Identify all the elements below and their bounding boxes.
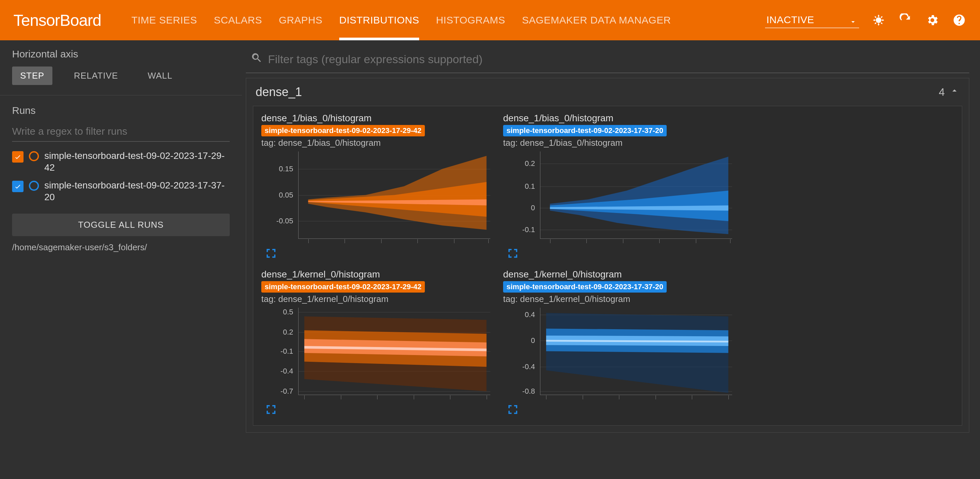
section-header[interactable]: dense_1 4 bbox=[246, 78, 969, 106]
chart-shape bbox=[540, 151, 732, 239]
run-badge: simple-tensorboard-test-09-02-2023-17-29… bbox=[261, 281, 425, 293]
distribution-chart[interactable]: 0.5 0.2 -0.1 -0.4 -0.7 bbox=[298, 308, 490, 395]
tab-scalars[interactable]: SCALARS bbox=[214, 0, 262, 40]
fullscreen-icon[interactable] bbox=[508, 404, 518, 414]
fullscreen-icon[interactable] bbox=[266, 248, 276, 258]
cards-wrap: dense_1/bias_0/histogram simple-tensorbo… bbox=[253, 106, 962, 426]
distribution-chart[interactable]: 0.2 0.1 0 -0.1 bbox=[540, 151, 732, 239]
app-body: Horizontal axis STEP RELATIVE WALL Runs … bbox=[0, 40, 980, 479]
tab-distributions[interactable]: DISTRIBUTIONS bbox=[339, 0, 419, 40]
run-badge: simple-tensorboard-test-09-02-2023-17-37… bbox=[503, 125, 667, 136]
run-badge: simple-tensorboard-test-09-02-2023-17-29… bbox=[261, 125, 425, 136]
runs-title: Runs bbox=[12, 105, 230, 116]
chevron-up-icon[interactable] bbox=[950, 86, 959, 99]
run-checkbox[interactable] bbox=[12, 181, 24, 192]
card-tag: tag: dense_1/bias_0/histogram bbox=[261, 138, 490, 148]
axis-relative[interactable]: RELATIVE bbox=[66, 67, 126, 85]
distribution-card: dense_1/bias_0/histogram simple-tensorbo… bbox=[256, 110, 495, 263]
run-badge: simple-tensorboard-test-09-02-2023-17-37… bbox=[503, 281, 667, 293]
x-axis-ticks bbox=[540, 395, 732, 399]
fullscreen-icon[interactable] bbox=[266, 404, 276, 414]
distribution-card: dense_1/kernel_0/histogram simple-tensor… bbox=[498, 266, 737, 419]
divider bbox=[0, 95, 242, 95]
toggle-all-runs-button[interactable]: TOGGLE ALL RUNS bbox=[12, 214, 230, 236]
chart-shape bbox=[299, 308, 490, 395]
card-tag: tag: dense_1/kernel_0/histogram bbox=[503, 294, 732, 304]
y-axis-labels: 0.2 0.1 0 -0.1 bbox=[503, 151, 537, 239]
search-icon bbox=[251, 52, 262, 67]
card-tag: tag: dense_1/bias_0/histogram bbox=[503, 138, 732, 148]
header-right: INACTIVE bbox=[765, 12, 967, 28]
horizontal-axis-title: Horizontal axis bbox=[12, 48, 230, 60]
main: dense_1 4 dense_1/bias_0/histogram simpl… bbox=[242, 40, 980, 479]
section-count: 4 bbox=[939, 86, 945, 99]
card-title: dense_1/bias_0/histogram bbox=[503, 113, 732, 124]
distribution-card: dense_1/kernel_0/histogram simple-tensor… bbox=[256, 266, 495, 419]
run-row: simple-tensorboard-test-09-02-2023-17-29… bbox=[12, 150, 230, 173]
card-title: dense_1/kernel_0/histogram bbox=[503, 269, 732, 280]
fullscreen-icon[interactable] bbox=[508, 248, 518, 258]
card-title: dense_1/bias_0/histogram bbox=[261, 113, 490, 124]
distribution-chart[interactable]: 0.15 0.05 -0.05 bbox=[298, 151, 490, 239]
run-label[interactable]: simple-tensorboard-test-09-02-2023-17-37… bbox=[45, 179, 230, 203]
sidebar: Horizontal axis STEP RELATIVE WALL Runs … bbox=[0, 40, 242, 479]
x-axis-ticks bbox=[299, 395, 490, 399]
tab-time-series[interactable]: TIME SERIES bbox=[131, 0, 197, 40]
y-axis-labels: 0.15 0.05 -0.05 bbox=[262, 151, 295, 239]
caret-down-icon bbox=[849, 16, 857, 29]
x-axis-ticks bbox=[540, 239, 732, 243]
run-label[interactable]: simple-tensorboard-test-09-02-2023-17-29… bbox=[45, 150, 230, 173]
brightness-icon[interactable] bbox=[871, 13, 886, 27]
axis-wall[interactable]: WALL bbox=[140, 67, 181, 85]
card-title: dense_1/kernel_0/histogram bbox=[261, 269, 490, 280]
section-panel: dense_1 4 dense_1/bias_0/histogram simpl… bbox=[246, 78, 969, 433]
distribution-card: dense_1/bias_0/histogram simple-tensorbo… bbox=[498, 110, 737, 263]
tab-histograms[interactable]: HISTOGRAMS bbox=[436, 0, 505, 40]
y-axis-labels: 0.5 0.2 -0.1 -0.4 -0.7 bbox=[262, 308, 295, 395]
section-title: dense_1 bbox=[256, 85, 302, 99]
run-row: simple-tensorboard-test-09-02-2023-17-37… bbox=[12, 179, 230, 203]
chart-shape bbox=[540, 308, 732, 395]
runs-filter-input[interactable] bbox=[12, 123, 230, 142]
axis-step[interactable]: STEP bbox=[12, 67, 52, 85]
y-axis-labels: 0.4 0 -0.4 -0.8 bbox=[503, 308, 537, 395]
settings-icon[interactable] bbox=[925, 13, 940, 27]
x-axis-ticks bbox=[299, 239, 490, 243]
logdir-path: /home/sagemaker-user/s3_folders/ bbox=[12, 242, 230, 253]
section-count-wrap: 4 bbox=[939, 86, 959, 99]
tab-graphs[interactable]: GRAPHS bbox=[279, 0, 322, 40]
tab-sagemaker-data-manager[interactable]: SAGEMAKER DATA MANAGER bbox=[522, 0, 671, 40]
run-checkbox[interactable] bbox=[12, 151, 24, 162]
tag-filter-input[interactable] bbox=[268, 53, 969, 66]
nav-tabs: TIME SERIES SCALARS GRAPHS DISTRIBUTIONS… bbox=[131, 0, 671, 40]
refresh-icon[interactable] bbox=[898, 13, 913, 27]
help-icon[interactable] bbox=[952, 13, 967, 27]
axis-buttons: STEP RELATIVE WALL bbox=[12, 67, 230, 85]
chart-shape bbox=[299, 151, 490, 239]
logo: TensorBoard bbox=[13, 11, 101, 30]
tag-filter-bar bbox=[246, 48, 969, 73]
distribution-chart[interactable]: 0.4 0 -0.4 -0.8 bbox=[540, 308, 732, 395]
card-tag: tag: dense_1/kernel_0/histogram bbox=[261, 294, 490, 304]
app-header: TensorBoard TIME SERIES SCALARS GRAPHS D… bbox=[0, 0, 980, 40]
status-dropdown[interactable]: INACTIVE bbox=[765, 12, 859, 28]
run-color-swatch bbox=[29, 151, 39, 161]
status-dropdown-value: INACTIVE bbox=[765, 12, 859, 28]
run-color-swatch bbox=[29, 181, 39, 191]
